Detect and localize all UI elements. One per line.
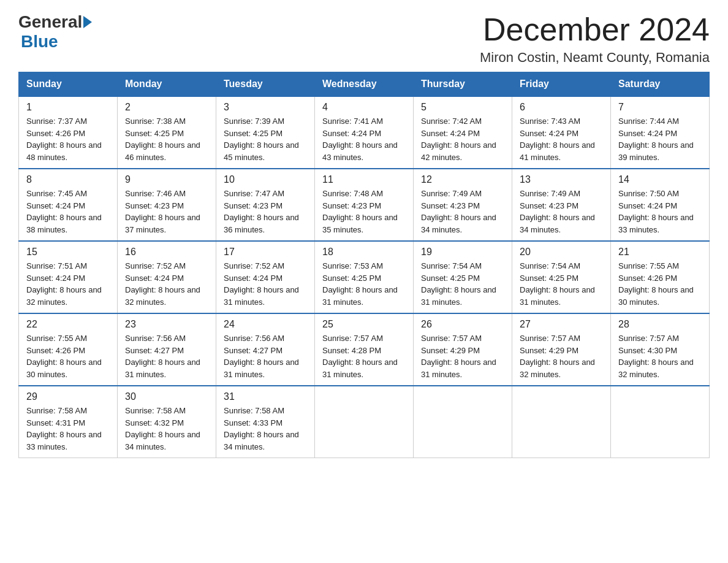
weekday-header-row: Sunday Monday Tuesday Wednesday Thursday…: [19, 72, 710, 97]
logo-bottom: Blue: [21, 32, 58, 52]
day-info: Sunrise: 7:51 AM Sunset: 4:24 PM Dayligh…: [26, 260, 110, 308]
day-number: 22: [26, 319, 110, 330]
calendar-cell: [611, 386, 710, 458]
day-number: 9: [125, 174, 208, 185]
day-info: Sunrise: 7:41 AM Sunset: 4:24 PM Dayligh…: [322, 115, 406, 163]
calendar-cell: [315, 386, 414, 458]
calendar-cell: 15 Sunrise: 7:51 AM Sunset: 4:24 PM Dayl…: [19, 241, 118, 313]
day-number: 10: [224, 174, 307, 185]
calendar-cell: 12 Sunrise: 7:49 AM Sunset: 4:23 PM Dayl…: [414, 169, 512, 241]
day-number: 11: [322, 174, 406, 185]
day-info: Sunrise: 7:57 AM Sunset: 4:28 PM Dayligh…: [322, 332, 406, 380]
calendar-cell: 13 Sunrise: 7:49 AM Sunset: 4:23 PM Dayl…: [512, 169, 611, 241]
day-info: Sunrise: 7:55 AM Sunset: 4:26 PM Dayligh…: [618, 260, 702, 308]
week-row-1: 1 Sunrise: 7:37 AM Sunset: 4:26 PM Dayli…: [19, 96, 710, 169]
day-info: Sunrise: 7:53 AM Sunset: 4:25 PM Dayligh…: [322, 260, 406, 308]
day-number: 14: [618, 174, 702, 185]
calendar-cell: 20 Sunrise: 7:54 AM Sunset: 4:25 PM Dayl…: [512, 241, 611, 313]
calendar-cell: 14 Sunrise: 7:50 AM Sunset: 4:24 PM Dayl…: [611, 169, 710, 241]
logo: General Blue: [18, 12, 93, 52]
day-number: 26: [421, 319, 504, 330]
calendar-cell: 28 Sunrise: 7:57 AM Sunset: 4:30 PM Dayl…: [611, 313, 710, 386]
day-info: Sunrise: 7:45 AM Sunset: 4:24 PM Dayligh…: [26, 188, 110, 236]
day-number: 25: [322, 319, 406, 330]
calendar-cell: 27 Sunrise: 7:57 AM Sunset: 4:29 PM Dayl…: [512, 313, 611, 386]
logo-blue-label: Blue: [21, 32, 58, 51]
day-number: 4: [322, 102, 406, 113]
calendar-cell: 25 Sunrise: 7:57 AM Sunset: 4:28 PM Dayl…: [315, 313, 414, 386]
day-info: Sunrise: 7:50 AM Sunset: 4:24 PM Dayligh…: [618, 188, 702, 236]
calendar-cell: 18 Sunrise: 7:53 AM Sunset: 4:25 PM Dayl…: [315, 241, 414, 313]
page-header: General Blue December 2024 Miron Costin,…: [18, 12, 710, 66]
day-info: Sunrise: 7:52 AM Sunset: 4:24 PM Dayligh…: [224, 260, 307, 308]
calendar-cell: 10 Sunrise: 7:47 AM Sunset: 4:23 PM Dayl…: [216, 169, 315, 241]
day-number: 19: [421, 247, 504, 258]
week-row-5: 29 Sunrise: 7:58 AM Sunset: 4:31 PM Dayl…: [19, 386, 710, 458]
day-number: 15: [26, 247, 110, 258]
calendar-cell: 23 Sunrise: 7:56 AM Sunset: 4:27 PM Dayl…: [118, 313, 216, 386]
logo-blue-part: [82, 16, 93, 28]
day-number: 18: [322, 247, 406, 258]
day-number: 17: [224, 247, 307, 258]
calendar-cell: 9 Sunrise: 7:46 AM Sunset: 4:23 PM Dayli…: [118, 169, 216, 241]
day-number: 31: [224, 391, 307, 402]
day-info: Sunrise: 7:58 AM Sunset: 4:32 PM Dayligh…: [125, 405, 208, 453]
day-info: Sunrise: 7:58 AM Sunset: 4:31 PM Dayligh…: [26, 405, 110, 453]
day-info: Sunrise: 7:43 AM Sunset: 4:24 PM Dayligh…: [520, 115, 603, 163]
day-number: 20: [520, 247, 603, 258]
calendar-cell: 4 Sunrise: 7:41 AM Sunset: 4:24 PM Dayli…: [315, 96, 414, 169]
day-info: Sunrise: 7:49 AM Sunset: 4:23 PM Dayligh…: [520, 188, 603, 236]
day-number: 16: [125, 247, 208, 258]
header-sunday: Sunday: [19, 72, 118, 97]
location-title: Miron Costin, Neamt County, Romania: [480, 50, 710, 66]
day-info: Sunrise: 7:44 AM Sunset: 4:24 PM Dayligh…: [618, 115, 702, 163]
day-info: Sunrise: 7:37 AM Sunset: 4:26 PM Dayligh…: [26, 115, 110, 163]
day-number: 6: [520, 102, 603, 113]
calendar-cell: 6 Sunrise: 7:43 AM Sunset: 4:24 PM Dayli…: [512, 96, 611, 169]
week-row-3: 15 Sunrise: 7:51 AM Sunset: 4:24 PM Dayl…: [19, 241, 710, 313]
day-number: 23: [125, 319, 208, 330]
day-info: Sunrise: 7:57 AM Sunset: 4:29 PM Dayligh…: [421, 332, 504, 380]
day-number: 27: [520, 319, 603, 330]
day-number: 29: [26, 391, 110, 402]
day-info: Sunrise: 7:58 AM Sunset: 4:33 PM Dayligh…: [224, 405, 307, 453]
calendar-cell: 24 Sunrise: 7:56 AM Sunset: 4:27 PM Dayl…: [216, 313, 315, 386]
header-wednesday: Wednesday: [315, 72, 414, 97]
calendar-cell: 21 Sunrise: 7:55 AM Sunset: 4:26 PM Dayl…: [611, 241, 710, 313]
calendar-cell: 31 Sunrise: 7:58 AM Sunset: 4:33 PM Dayl…: [216, 386, 315, 458]
header-friday: Friday: [512, 72, 611, 97]
day-info: Sunrise: 7:55 AM Sunset: 4:26 PM Dayligh…: [26, 332, 110, 380]
logo-arrow-icon: [83, 16, 92, 28]
day-info: Sunrise: 7:49 AM Sunset: 4:23 PM Dayligh…: [421, 188, 504, 236]
calendar-cell: 3 Sunrise: 7:39 AM Sunset: 4:25 PM Dayli…: [216, 96, 315, 169]
calendar-table: Sunday Monday Tuesday Wednesday Thursday…: [18, 72, 710, 458]
day-number: 13: [520, 174, 603, 185]
day-number: 3: [224, 102, 307, 113]
day-info: Sunrise: 7:57 AM Sunset: 4:29 PM Dayligh…: [520, 332, 603, 380]
calendar-cell: 1 Sunrise: 7:37 AM Sunset: 4:26 PM Dayli…: [19, 96, 118, 169]
calendar-cell: 2 Sunrise: 7:38 AM Sunset: 4:25 PM Dayli…: [118, 96, 216, 169]
calendar-cell: [512, 386, 611, 458]
day-info: Sunrise: 7:47 AM Sunset: 4:23 PM Dayligh…: [224, 188, 307, 236]
calendar-cell: 8 Sunrise: 7:45 AM Sunset: 4:24 PM Dayli…: [19, 169, 118, 241]
calendar-cell: 22 Sunrise: 7:55 AM Sunset: 4:26 PM Dayl…: [19, 313, 118, 386]
day-number: 5: [421, 102, 504, 113]
calendar-cell: 29 Sunrise: 7:58 AM Sunset: 4:31 PM Dayl…: [19, 386, 118, 458]
day-info: Sunrise: 7:54 AM Sunset: 4:25 PM Dayligh…: [520, 260, 603, 308]
day-info: Sunrise: 7:48 AM Sunset: 4:23 PM Dayligh…: [322, 188, 406, 236]
day-info: Sunrise: 7:39 AM Sunset: 4:25 PM Dayligh…: [224, 115, 307, 163]
day-info: Sunrise: 7:57 AM Sunset: 4:30 PM Dayligh…: [618, 332, 702, 380]
week-row-2: 8 Sunrise: 7:45 AM Sunset: 4:24 PM Dayli…: [19, 169, 710, 241]
calendar-cell: 26 Sunrise: 7:57 AM Sunset: 4:29 PM Dayl…: [414, 313, 512, 386]
header-saturday: Saturday: [611, 72, 710, 97]
day-info: Sunrise: 7:52 AM Sunset: 4:24 PM Dayligh…: [125, 260, 208, 308]
calendar-cell: [414, 386, 512, 458]
calendar-cell: 16 Sunrise: 7:52 AM Sunset: 4:24 PM Dayl…: [118, 241, 216, 313]
calendar-cell: 30 Sunrise: 7:58 AM Sunset: 4:32 PM Dayl…: [118, 386, 216, 458]
title-section: December 2024 Miron Costin, Neamt County…: [480, 12, 710, 66]
day-info: Sunrise: 7:42 AM Sunset: 4:24 PM Dayligh…: [421, 115, 504, 163]
logo-top: General: [18, 12, 93, 32]
logo-general-text: General: [18, 12, 82, 32]
day-info: Sunrise: 7:56 AM Sunset: 4:27 PM Dayligh…: [125, 332, 208, 380]
day-number: 21: [618, 247, 702, 258]
